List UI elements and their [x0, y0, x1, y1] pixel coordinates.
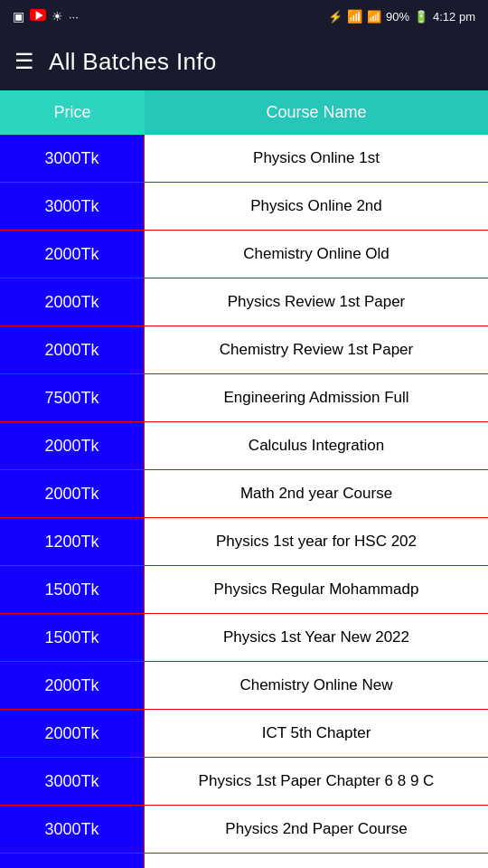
screen-icon: ▣: [13, 9, 24, 24]
cell-price: 3000Tk: [0, 758, 145, 805]
brightness-icon: ☀: [52, 9, 63, 24]
table-row[interactable]: 2000TkChemistry Review 1st Paper: [0, 326, 488, 374]
status-right-icons: ⚡ 📶 📶 90% 🔋 4:12 pm: [328, 9, 475, 24]
battery-text: 90%: [386, 10, 409, 24]
cell-price: 2000Tk: [0, 326, 145, 373]
batches-table: Price Course Name 3000TkPhysics Online 1…: [0, 90, 488, 868]
cell-course: Chemistry Review 1st Paper: [145, 326, 488, 373]
hamburger-menu-icon[interactable]: ☰: [14, 49, 34, 74]
table-header: Price Course Name: [0, 90, 488, 135]
cell-course: Physics 2nd Paper Course: [145, 806, 488, 853]
cell-price: 7500Tk: [0, 374, 145, 421]
header-course: Course Name: [145, 90, 488, 135]
cell-course: Physics 1st year for HSC 202: [145, 518, 488, 565]
cell-course: Physics 1st Year New 2022: [145, 614, 488, 661]
cell-price: 2000Tk: [0, 231, 145, 278]
cell-price: 2000Tk: [0, 854, 145, 868]
cell-course: ICT 5th Chapter: [145, 710, 488, 757]
cell-price: 1200Tk: [0, 518, 145, 565]
table-row[interactable]: 3000TkPhysics 1st Paper Chapter 6 8 9 C: [0, 758, 488, 806]
cell-price: 2000Tk: [0, 470, 145, 517]
cell-course: Physics Review 1st Paper: [145, 278, 488, 326]
wifi-icon: 📶: [347, 9, 362, 24]
top-app-bar: ☰ All Batches Info: [0, 33, 488, 90]
status-bar: ▣ ☀ ··· ⚡ 📶 📶 90% 🔋 4:12 pm: [0, 0, 488, 33]
cell-course: Calculus Integration: [145, 422, 488, 469]
cell-course: Physics Online 1st: [145, 135, 488, 182]
table-row[interactable]: 2000TkICT 5th Chapter: [0, 710, 488, 758]
cell-course: Chemistry Online Old: [145, 231, 488, 278]
cell-price: 3000Tk: [0, 806, 145, 853]
table-row[interactable]: 2000TkPhysics Review 1st Paper: [0, 278, 488, 326]
cell-course: Physics Regular Mohammadp: [145, 566, 488, 613]
cell-price: 2000Tk: [0, 710, 145, 757]
signal-icon: 📶: [367, 10, 381, 24]
cell-course: Engineering Admission Full: [145, 374, 488, 421]
cell-price: 1500Tk: [0, 614, 145, 661]
table-row[interactable]: 7500TkEngineering Admission Full: [0, 374, 488, 422]
cell-price: 2000Tk: [0, 278, 145, 326]
page-title: All Batches Info: [49, 48, 216, 76]
table-row[interactable]: 1500TkPhysics Regular Mohammadp: [0, 566, 488, 614]
dots-icon: ···: [69, 10, 79, 24]
table-row[interactable]: 3000TkPhysics Online 1st: [0, 135, 488, 183]
bluetooth-icon: ⚡: [328, 10, 343, 24]
table-row[interactable]: 1200TkPhysics 1st year for HSC 202: [0, 518, 488, 566]
table-row[interactable]: 3000TkPhysics 2nd Paper Course: [0, 806, 488, 854]
table-row[interactable]: 1500TkPhysics 1st Year New 2022: [0, 614, 488, 662]
time-display: 4:12 pm: [433, 10, 475, 24]
cell-price: 3000Tk: [0, 183, 145, 230]
table-row[interactable]: 2000TkChemistry Online New: [0, 662, 488, 710]
cell-price: 1500Tk: [0, 566, 145, 613]
cell-price: 2000Tk: [0, 422, 145, 469]
table-row[interactable]: 2000TkMath 2nd year Course: [0, 470, 488, 518]
youtube-icon: [30, 9, 46, 24]
table-row[interactable]: 2000TkTrigonometry Review Full: [0, 854, 488, 868]
cell-price: 2000Tk: [0, 662, 145, 709]
cell-course: Physics 1st Paper Chapter 6 8 9 C: [145, 758, 488, 805]
header-price: Price: [0, 90, 145, 135]
table-row[interactable]: 3000TkPhysics Online 2nd: [0, 183, 488, 231]
table-row[interactable]: 2000TkChemistry Online Old: [0, 231, 488, 278]
cell-course: Math 2nd year Course: [145, 470, 488, 517]
status-left-icons: ▣ ☀ ···: [13, 9, 79, 24]
table-body: 3000TkPhysics Online 1st3000TkPhysics On…: [0, 135, 488, 868]
table-row[interactable]: 2000TkCalculus Integration: [0, 422, 488, 470]
cell-price: 3000Tk: [0, 135, 145, 182]
battery-icon: 🔋: [414, 10, 428, 24]
cell-course: Trigonometry Review Full: [145, 854, 488, 868]
cell-course: Chemistry Online New: [145, 662, 488, 709]
cell-course: Physics Online 2nd: [145, 183, 488, 230]
